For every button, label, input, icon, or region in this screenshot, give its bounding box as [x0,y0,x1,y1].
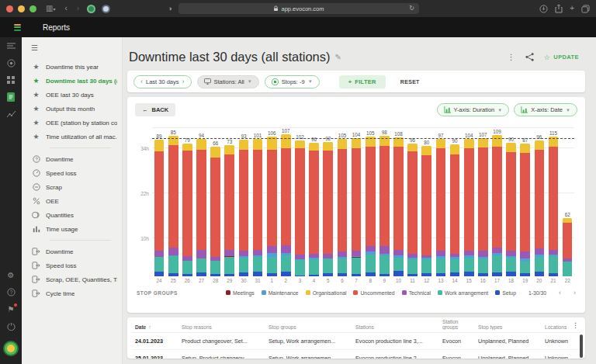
address-bar[interactable]: app.evocon.com ↻ [178,3,419,14]
chart-bar[interactable]: 109 [490,127,504,276]
chart-bar[interactable]: 94 [194,127,208,276]
settings-gear-icon[interactable]: ⚙ [0,266,22,283]
table-row[interactable]: 25.01.2023Setup, Product changeov...Setu… [132,350,580,359]
live-view-icon[interactable] [0,54,22,71]
chart-bar[interactable]: 85 [166,127,180,276]
chart-bar[interactable]: 98 [377,127,391,276]
chart-bar[interactable]: 73 [223,127,237,276]
tab-overview-icon[interactable] [581,5,590,13]
sidebar-toggle-icon[interactable]: ▥▾ [46,0,55,18]
chart-bar[interactable]: 105 [335,127,349,276]
sidebar-item-starred[interactable]: ★Time utilization of all mac... [22,130,122,144]
dashboard-icon[interactable] [0,71,22,88]
edit-title-icon[interactable]: ✎ [335,53,341,61]
extension-icon-2[interactable] [102,5,110,13]
sidebar-item-export[interactable]: Scrap, OEE, Quantities, Ti... [22,272,122,286]
sidebar-item-starred[interactable]: ★Output this month [22,102,122,116]
new-tab-icon[interactable]: + [570,0,574,17]
column-header[interactable]: Station groups [442,319,478,331]
chart-bar[interactable]: 108 [391,127,405,276]
legend-item[interactable]: Organisational [306,290,347,296]
chart-bar[interactable]: 66 [209,127,223,276]
sidebar-item-report[interactable]: OEE [22,194,122,208]
notifications-flag-icon[interactable]: ⚑ [0,300,22,317]
reports-icon[interactable] [0,88,22,106]
legend-item[interactable]: Work arrangement [438,290,488,296]
chart-bar[interactable]: 96 [307,127,321,276]
help-icon[interactable]: ? [0,283,22,300]
chart-bar[interactable]: 106 [265,127,279,276]
zoom-window-button[interactable] [29,5,36,12]
more-options-icon[interactable]: ⋮ [508,53,515,61]
user-avatar[interactable] [3,341,19,356]
column-header[interactable]: Date↑ [135,324,182,330]
column-header[interactable]: Stop types [478,324,545,330]
sidebar-item-export[interactable]: Downtime [22,244,122,258]
chart-bar[interactable]: 96 [406,127,420,276]
chart-bar[interactable]: 97 [434,127,448,276]
legend-item[interactable]: Setup [495,290,516,296]
chart-bar[interactable]: 104 [462,127,476,276]
chart-bar[interactable]: 89 [152,127,166,276]
chart-bar[interactable]: 101 [251,127,265,276]
sidebar-item-report[interactable]: ?Downtime [22,152,122,166]
column-header[interactable]: Stop reasons [182,324,269,330]
extension-icon-1[interactable] [87,5,95,13]
column-header[interactable]: Locations [545,324,585,330]
legend-next-icon[interactable]: › [573,289,576,296]
legend-item[interactable]: Uncommented [353,290,394,296]
chart-bar[interactable]: 80 [420,127,434,276]
chart-bar[interactable]: 90 [504,127,518,276]
reload-icon[interactable]: ↻ [409,3,414,14]
share-browser-icon[interactable] [555,4,563,13]
y-axis-selector[interactable]: Y-axis: Duration▼ [437,103,510,116]
chart-bar[interactable]: 107 [476,127,490,276]
sidebar-item-starred[interactable]: ★Downtime last 30 days (al... [22,74,122,88]
column-header[interactable]: Stop groups [269,324,355,330]
stops-filter-pill[interactable]: Stops: -9▼ [265,75,320,88]
downloads-icon[interactable] [539,5,548,13]
forward-nav-icon[interactable]: › [77,0,79,17]
stations-filter-pill[interactable]: Stations: All▼ [197,75,259,88]
sidebar-item-starred[interactable]: ★Downtime this year [22,60,122,74]
table-options-icon[interactable]: ⋮ [572,321,579,329]
chart-bar[interactable]: 79 [180,127,194,276]
sidebar-item-starred[interactable]: ★OEE (station by station co... [22,116,122,130]
chart-bar[interactable]: 105 [363,127,377,276]
chart-bar[interactable]: 87 [518,127,532,276]
add-filter-button[interactable]: + FILTER [339,75,386,88]
table-row[interactable]: 24.01.2023Product changeover, Set...Setu… [132,333,580,350]
sidebar-item-report[interactable]: Time usage [22,222,122,236]
chart-bar[interactable]: 107 [279,127,293,276]
legend-item[interactable]: Meetings [226,290,255,296]
share-report-icon[interactable] [525,53,534,61]
back-button[interactable]: ←BACK [135,103,175,116]
chart-bar[interactable]: 115 [546,127,560,276]
minimize-window-button[interactable] [18,5,25,12]
sidebar-item-export[interactable]: Cycle time [22,286,122,300]
x-axis-selector[interactable]: X-axis: Date▼ [514,103,577,116]
chart-bar[interactable]: 102 [293,127,307,276]
reset-filters-button[interactable]: RESET [400,79,420,85]
sidebar-item-report[interactable]: Quantities [22,208,122,222]
privacy-shield-icon[interactable]: ◑ [168,4,172,13]
update-button[interactable]: ☆UPDATE [544,54,579,61]
chart-bar[interactable]: 96 [532,127,546,276]
legend-item[interactable]: Maintenance [262,290,299,296]
sidebar-item-export[interactable]: Speed loss [22,258,122,272]
prev-period-icon[interactable]: ‹ [140,78,143,85]
chart-bar[interactable]: 90 [448,127,462,276]
sidebar-collapse-icon[interactable]: ☰ [31,43,122,52]
sidebar-item-report[interactable]: Speed loss [22,166,122,180]
shift-view-icon[interactable] [0,37,22,54]
trends-icon[interactable] [0,106,22,123]
logout-power-icon[interactable] [0,317,22,335]
column-header[interactable]: Stations [355,324,442,330]
date-range-pill[interactable]: ‹ Last 30 days › [133,75,192,88]
close-window-button[interactable] [6,5,13,12]
legend-item[interactable]: Technical [402,290,431,296]
chart-bar[interactable]: 62 [560,127,574,276]
sidebar-item-starred[interactable]: ★OEE last 30 days [22,88,122,102]
chart-bar[interactable]: 93 [237,127,251,276]
back-nav-icon[interactable]: ‹ [64,0,67,17]
